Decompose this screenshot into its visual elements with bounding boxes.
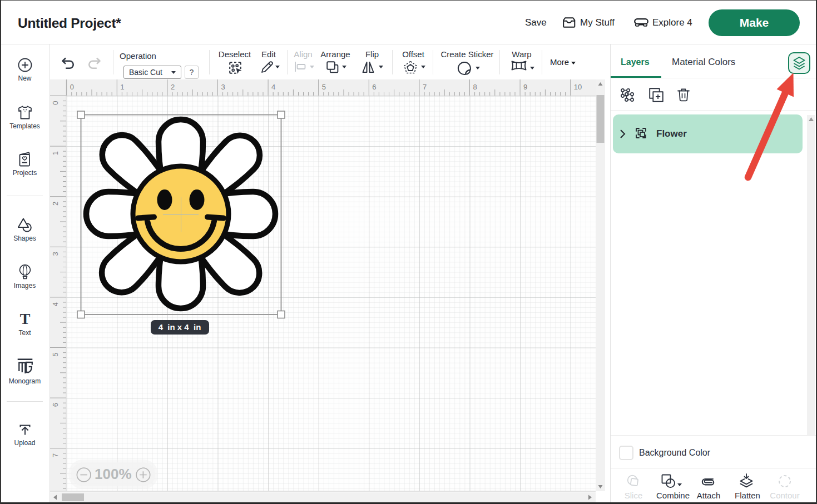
svg-text:3: 3 (51, 252, 60, 256)
svg-text:T: T (19, 312, 30, 327)
svg-text:1: 1 (51, 151, 60, 155)
svg-text:3: 3 (221, 83, 225, 91)
svg-text:0: 0 (51, 101, 60, 105)
svg-text:9: 9 (523, 83, 527, 91)
svg-text:6: 6 (51, 403, 60, 407)
svg-text:4: 4 (271, 83, 275, 91)
svg-text:2: 2 (171, 83, 175, 91)
svg-text:1: 1 (120, 83, 124, 91)
svg-text:8: 8 (473, 83, 477, 91)
svg-text:100%: 100% (95, 466, 132, 482)
svg-text:7: 7 (51, 453, 60, 457)
svg-text:4 in x 4 in: 4 in x 4 in (159, 322, 201, 332)
svg-text:10: 10 (574, 83, 582, 91)
svg-text:5: 5 (322, 83, 326, 91)
svg-text:0: 0 (70, 83, 74, 91)
svg-text:4: 4 (51, 302, 60, 306)
svg-text:7: 7 (423, 83, 427, 91)
svg-text:5: 5 (51, 353, 60, 357)
svg-text:2: 2 (51, 202, 60, 206)
svg-text:6: 6 (372, 83, 376, 91)
